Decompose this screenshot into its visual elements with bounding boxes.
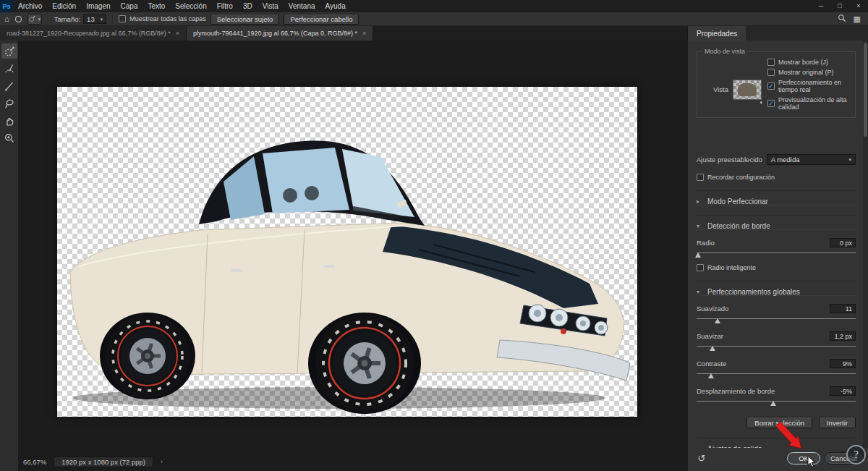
lasso-tool[interactable] <box>1 96 17 111</box>
menu-archivo[interactable]: Archivo <box>13 0 47 12</box>
canvas-area[interactable]: 66,67% 1920 px x 1080 px (72 ppp) › <box>19 41 687 471</box>
smart-radius-checkbox[interactable]: ✓ <box>697 264 704 271</box>
section-edge-detection-label: Detección de borde <box>707 222 770 230</box>
remember-settings-label: Recordar configuración <box>707 174 775 181</box>
smooth-value-field[interactable]: 11 <box>830 304 856 313</box>
slider-thumb[interactable] <box>715 318 720 323</box>
radius-slider-group: Radio 0 px <box>697 238 856 258</box>
slider-thumb[interactable] <box>710 346 715 351</box>
close-icon[interactable]: × <box>849 0 868 12</box>
remember-settings-checkbox[interactable]: ✓ <box>697 174 704 181</box>
thumbnail-preview <box>738 83 757 96</box>
reset-icon[interactable]: ↺ <box>695 453 708 464</box>
brush-preview-icon[interactable] <box>14 14 23 24</box>
shift-edge-slider[interactable] <box>697 398 856 406</box>
shift-edge-value-field[interactable]: -5% <box>830 386 856 396</box>
brush-tool[interactable] <box>1 78 17 93</box>
minimize-icon[interactable]: ─ <box>812 0 830 12</box>
options-bar: ⌂ ▾ Tamaño: 13 ▾ ✓ Muestrear todas las c… <box>0 12 868 26</box>
properties-panel: Modo de vista Vista ▾ ✓ Mo <box>687 41 868 471</box>
preset-select[interactable]: A medida ▾ <box>767 154 856 165</box>
quick-selection-icon <box>4 46 15 57</box>
search-icon[interactable] <box>838 14 846 24</box>
restore-icon[interactable]: □ <box>830 0 849 12</box>
help-button[interactable]: ? <box>846 445 866 464</box>
refine-edge-brush-tool[interactable] <box>1 61 17 76</box>
caret-down-icon: ▾ <box>848 157 851 162</box>
preset-value: A medida <box>771 156 800 164</box>
contrast-label: Contraste <box>697 360 726 368</box>
transparency-checkerboard[interactable] <box>57 87 637 417</box>
brush-mode-button[interactable]: ▾ <box>27 14 42 25</box>
menu-vista[interactable]: Vista <box>258 0 284 12</box>
hand-tool[interactable] <box>1 113 17 128</box>
separator <box>48 14 48 23</box>
brush-size-select[interactable]: 13 ▾ <box>83 14 106 24</box>
refine-hair-button[interactable]: Perfeccionar cabello <box>284 14 359 25</box>
radius-slider[interactable] <box>697 250 856 258</box>
document-info-field[interactable]: 1920 px x 1080 px (72 ppp) <box>54 457 153 467</box>
red-arrow-annotation <box>774 418 806 453</box>
contrast-value-field[interactable]: 9% <box>830 359 856 368</box>
caret-down-icon: ▾ <box>760 100 762 106</box>
status-chevron-icon[interactable]: › <box>161 458 163 465</box>
chevron-down-icon: ▾ <box>697 289 702 295</box>
workspace-icon[interactable]: ▦ <box>854 15 861 23</box>
menu-bar: Ps Archivo Edición Imagen Capa Texto Sel… <box>0 0 868 12</box>
brush-icon <box>4 80 15 92</box>
menu-ayuda[interactable]: Ayuda <box>320 0 351 12</box>
view-mode-thumbnail[interactable]: ▾ <box>733 80 762 100</box>
refine-edge-brush-icon <box>4 63 15 75</box>
scrollbar[interactable] <box>863 41 868 448</box>
menu-seleccion[interactable]: Selección <box>170 0 211 12</box>
show-edge-checkbox[interactable]: ✓ <box>767 59 775 66</box>
section-edge-detection[interactable]: ▾ Detección de borde <box>697 215 856 230</box>
menu-filtro[interactable]: Filtro <box>212 0 238 12</box>
document-tab-plymouth[interactable]: plymouth-796441_1920.jpg al 66,7% (Capa … <box>187 26 373 41</box>
document-tab-road[interactable]: road-381227_1920-Recuperado.jpg al 66,7%… <box>0 26 187 41</box>
slider-thumb[interactable] <box>770 401 776 406</box>
menu-3d[interactable]: 3D <box>238 0 258 12</box>
select-subject-button[interactable]: Seleccionar sujeto <box>210 14 280 25</box>
chevron-right-icon: ▸ <box>697 198 702 205</box>
sample-all-layers-label: Muestrear todas las capas <box>129 15 206 22</box>
contrast-slider-group: Contraste 9% <box>697 359 856 378</box>
section-refine-mode[interactable]: ▸ Modo Perfeccionar <box>697 190 856 205</box>
section-refine-mode-label: Modo Perfeccionar <box>707 198 768 205</box>
feather-slider[interactable] <box>697 343 856 351</box>
sample-all-layers-checkbox[interactable]: ✓ <box>119 15 126 22</box>
invert-button[interactable]: Invertir <box>819 417 856 428</box>
scrollbar-thumb[interactable] <box>864 43 867 137</box>
zoom-level-field[interactable]: 66,67% <box>23 458 46 466</box>
tab-close-icon[interactable]: × <box>362 30 366 37</box>
contrast-slider[interactable] <box>697 370 856 378</box>
tab-close-icon[interactable]: × <box>176 30 179 37</box>
view-mode-title: Modo de vista <box>702 48 748 55</box>
menu-capa[interactable]: Capa <box>116 0 143 12</box>
show-original-checkbox[interactable]: ✓ <box>767 69 775 76</box>
shift-edge-label: Desplazamiento de borde <box>697 387 775 395</box>
menu-ventana[interactable]: Ventana <box>284 0 320 12</box>
quick-selection-tool[interactable] <box>1 43 17 59</box>
tools-panel <box>0 41 19 471</box>
zoom-tool[interactable] <box>1 130 17 145</box>
high-quality-preview-checkbox[interactable]: ✓ <box>767 100 775 107</box>
menu-imagen[interactable]: Imagen <box>81 0 115 12</box>
feather-slider-group: Suavizar 1,2 px <box>697 331 856 351</box>
slider-thumb[interactable] <box>695 253 701 258</box>
tab-propiedades[interactable]: Propiedades <box>688 26 746 41</box>
feather-value-field[interactable]: 1,2 px <box>830 331 856 341</box>
menu-texto[interactable]: Texto <box>142 0 170 12</box>
section-global-refinements[interactable]: ▾ Perfeccionamientos globales <box>697 281 856 296</box>
slider-thumb[interactable] <box>708 373 714 378</box>
feather-label: Suavizar <box>697 332 723 340</box>
help-icon: ? <box>854 449 859 460</box>
smooth-slider[interactable] <box>697 315 856 323</box>
menu-edicion[interactable]: Edición <box>47 0 81 12</box>
home-icon[interactable]: ⌂ <box>4 15 9 23</box>
vista-label: Vista <box>713 85 728 93</box>
radius-value-field[interactable]: 0 px <box>830 238 856 247</box>
realtime-refinement-checkbox[interactable]: ✓ <box>767 82 775 90</box>
view-mode-group: Modo de vista Vista ▾ ✓ Mo <box>697 48 856 118</box>
preset-label: Ajuste preestablecido <box>697 156 762 164</box>
